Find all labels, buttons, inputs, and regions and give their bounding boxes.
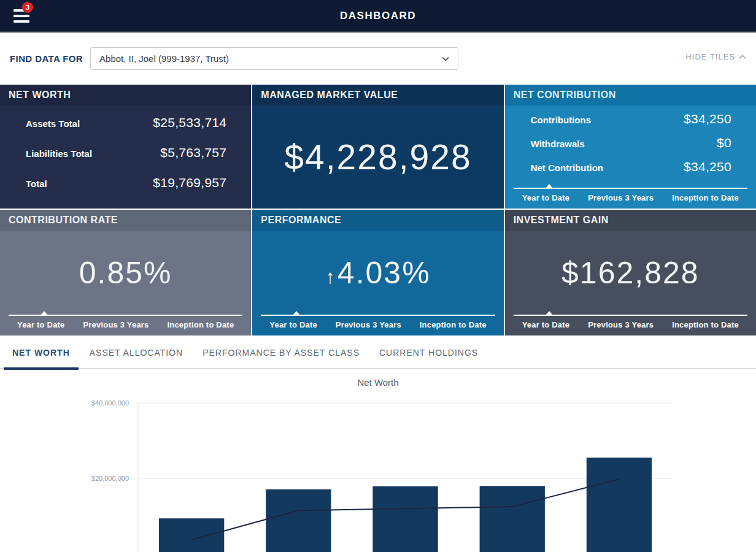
period-indicator-triangle <box>546 311 553 315</box>
net-contribution-value: $34,250 <box>684 159 731 174</box>
liabilities-total-label: Liabilities Total <box>26 148 92 159</box>
tile-investment-gain: INVESTMENT GAIN $162,828 Year to Date Pr… <box>505 210 756 335</box>
tile-net-worth-title: NET WORTH <box>0 85 251 105</box>
tab-asset-allocation[interactable]: ASSET ALLOCATION <box>90 335 183 370</box>
assets-total-value: $25,533,714 <box>153 115 226 130</box>
net-worth-chart-section: $40,000,000$20,000,000Net Worth <box>0 370 756 552</box>
table-row: Assets Total $25,533,714 <box>26 115 226 145</box>
svg-text:$40,000,000: $40,000,000 <box>91 399 129 407</box>
contribution-rate-body: 0.85% <box>0 231 251 315</box>
period-tab-inception-to-date[interactable]: Inception to Date <box>672 193 739 202</box>
period-tabs: Year to Date Previous 3 Years Inception … <box>505 315 756 335</box>
net-worth-chart: $40,000,000$20,000,000Net Worth <box>0 370 756 552</box>
period-tabs: Year to Date Previous 3 Years Inception … <box>252 315 503 335</box>
contributions-value: $34,250 <box>684 112 731 126</box>
tile-performance: PERFORMANCE ↑4.03% Year to Date Previous… <box>252 210 503 335</box>
up-arrow-icon: ↑ <box>325 266 336 288</box>
tile-investment-gain-title: INVESTMENT GAIN <box>505 210 756 231</box>
svg-text:Net Worth: Net Worth <box>357 377 398 388</box>
client-selector-dropdown[interactable]: Abbot, II, Joel (999-1937, Trust) <box>90 47 458 70</box>
top-app-bar: 3 DASHBOARD <box>0 0 756 33</box>
period-tab-previous-3-years[interactable]: Previous 3 Years <box>336 320 401 329</box>
period-tab-inception-to-date[interactable]: Inception to Date <box>420 320 487 329</box>
chevron-up-icon <box>739 55 746 59</box>
tile-contribution-rate-title: CONTRIBUTION RATE <box>0 210 251 231</box>
page-title: DASHBOARD <box>340 10 416 22</box>
period-tabs: Year to Date Previous 3 Years Inception … <box>505 188 756 209</box>
withdrawals-value: $0 <box>717 136 731 150</box>
tab-net-worth[interactable]: NET WORTH <box>12 335 70 370</box>
period-tabs-rule <box>9 315 242 316</box>
investment-gain-body: $162,828 <box>505 231 756 315</box>
period-tabs: Year to Date Previous 3 Years Inception … <box>0 315 251 335</box>
table-row: Contributions $34,250 <box>531 112 731 136</box>
tile-net-contribution-title: NET CONTRIBUTION <box>505 85 756 105</box>
table-row: Withdrawals $0 <box>531 136 731 159</box>
period-tab-year-to-date[interactable]: Year to Date <box>17 320 65 329</box>
table-row: Net Contribution $34,250 <box>531 159 731 183</box>
withdrawals-label: Withdrawals <box>531 139 585 149</box>
tile-net-worth: NET WORTH Assets Total $25,533,714 Liabi… <box>0 85 251 209</box>
tab-bar-rule <box>0 368 756 369</box>
notification-badge: 3 <box>22 2 33 13</box>
performance-value: 4.03% <box>338 256 431 290</box>
tab-performance-by-asset-class[interactable]: PERFORMANCE BY ASSET CLASS <box>202 335 360 370</box>
tile-performance-title: PERFORMANCE <box>252 210 503 231</box>
period-tab-year-to-date[interactable]: Year to Date <box>522 320 570 329</box>
chevron-down-icon <box>442 56 449 61</box>
period-tab-year-to-date[interactable]: Year to Date <box>522 193 570 202</box>
hide-tiles-label: HIDE TILES <box>685 52 735 61</box>
section-tab-bar: NET WORTH ASSET ALLOCATION PERFORMANCE B… <box>0 335 756 370</box>
net-contribution-label: Net Contribution <box>531 163 603 173</box>
tile-net-contribution: NET CONTRIBUTION Contributions $34,250 W… <box>505 85 756 209</box>
net-contribution-rows: Contributions $34,250 Withdrawals $0 Net… <box>505 105 756 183</box>
performance-body: ↑4.03% <box>252 231 503 315</box>
find-data-row: FIND DATA FOR Abbot, II, Joel (999-1937,… <box>0 33 756 85</box>
period-tabs-rule <box>261 315 495 316</box>
period-tab-previous-3-years[interactable]: Previous 3 Years <box>83 320 148 329</box>
period-tab-inception-to-date[interactable]: Inception to Date <box>167 320 234 329</box>
period-indicator-triangle <box>40 311 48 315</box>
client-selector-value: Abbot, II, Joel (999-1937, Trust) <box>99 53 229 64</box>
table-row: Total $19,769,957 <box>26 175 226 205</box>
tile-managed-market-value-title: MANAGED MARKET VALUE <box>252 85 503 105</box>
period-tabs-rule <box>514 315 747 316</box>
hide-tiles-button[interactable]: HIDE TILES <box>685 52 746 61</box>
period-tab-previous-3-years[interactable]: Previous 3 Years <box>588 320 654 329</box>
period-indicator-triangle <box>546 184 553 188</box>
table-row: Liabilities Total $5,763,757 <box>26 145 226 175</box>
tab-current-holdings[interactable]: CURRENT HOLDINGS <box>379 335 478 370</box>
period-tab-previous-3-years[interactable]: Previous 3 Years <box>588 193 654 202</box>
assets-total-label: Assets Total <box>26 118 80 129</box>
summary-tiles-grid: NET WORTH Assets Total $25,533,714 Liabi… <box>0 85 756 335</box>
find-data-label: FIND DATA FOR <box>10 53 83 64</box>
investment-gain-value: $162,828 <box>561 255 700 291</box>
period-indicator-triangle <box>293 311 300 315</box>
period-tabs-rule <box>514 188 747 189</box>
period-tab-inception-to-date[interactable]: Inception to Date <box>672 320 739 329</box>
managed-market-value: $4,228,928 <box>284 137 471 177</box>
tile-managed-market-value: MANAGED MARKET VALUE $4,228,928 <box>252 85 503 209</box>
contribution-rate-value: 0.85% <box>79 255 172 291</box>
liabilities-total-value: $5,763,757 <box>160 145 226 160</box>
tile-contribution-rate: CONTRIBUTION RATE 0.85% Year to Date Pre… <box>0 210 251 335</box>
svg-text:$20,000,000: $20,000,000 <box>91 475 129 482</box>
managed-market-value-body: $4,228,928 <box>252 105 503 209</box>
net-worth-total-label: Total <box>26 178 47 189</box>
contributions-label: Contributions <box>531 115 591 125</box>
net-worth-rows: Assets Total $25,533,714 Liabilities Tot… <box>0 105 251 205</box>
net-worth-total-value: $19,769,957 <box>153 175 226 190</box>
period-tab-year-to-date[interactable]: Year to Date <box>269 320 317 329</box>
